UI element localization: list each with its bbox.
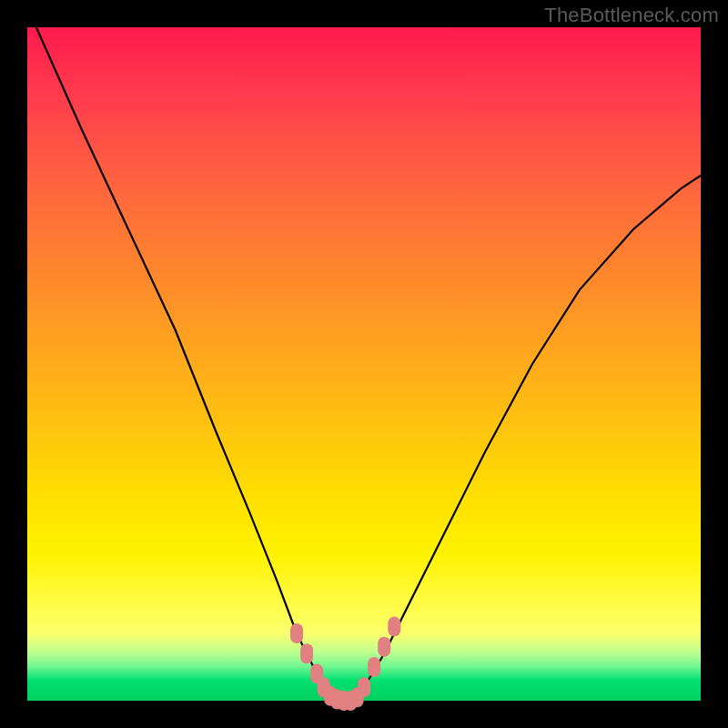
watermark-text: TheBottleneck.com — [544, 4, 719, 27]
marker-group — [290, 617, 400, 711]
marker-dot — [368, 657, 380, 677]
marker-dot — [378, 637, 390, 657]
marker-dot — [300, 643, 313, 663]
marker-dot — [358, 677, 370, 697]
left-curve — [27, 7, 344, 701]
marker-dot — [388, 617, 400, 637]
plot-area — [27, 27, 701, 701]
chart-svg — [27, 27, 701, 701]
chart-frame: TheBottleneck.com — [0, 0, 728, 728]
marker-dot — [290, 623, 303, 643]
